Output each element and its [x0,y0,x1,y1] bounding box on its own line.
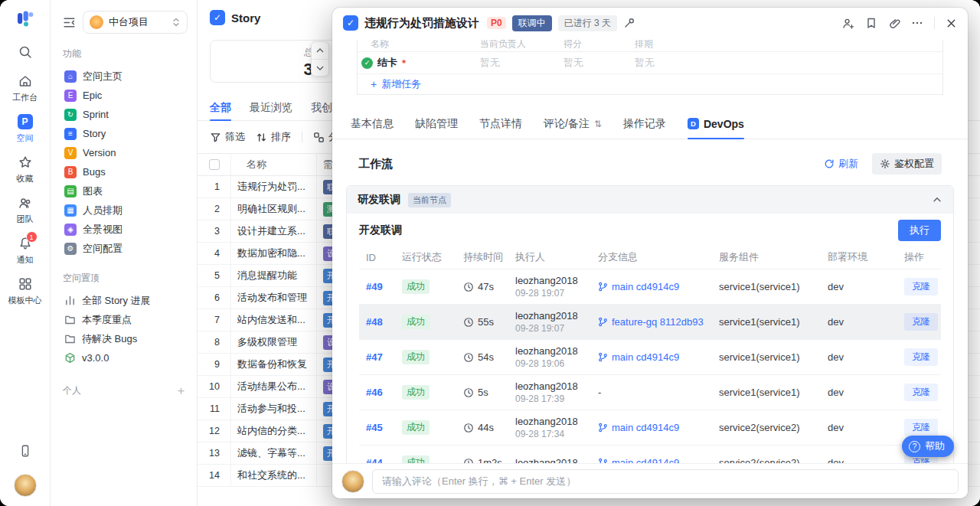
pipeline-run-row[interactable]: #47 成功 54s leozhang2018 [359,339,941,374]
run-executor: leozhang2018 09-28 19:07 [515,310,598,334]
branch-info[interactable]: main cd4914c9 [598,351,719,363]
sidebar-item[interactable]: ≡ Story [60,124,188,143]
select-all-checkbox[interactable] [209,159,220,170]
git-branch-icon [598,352,608,362]
sidebar-item-label: Epic [83,90,102,101]
run-button[interactable]: 执行 [898,220,941,241]
project-switcher[interactable]: 中台项目 [83,11,188,34]
more-button[interactable] [911,17,923,29]
project-sidebar: 中台项目 功能 ⌂ 空间主页 E Epic ↻ Sprint [51,0,198,506]
branch-info[interactable]: main cd4914c9 [598,281,719,292]
pipeline-run-row[interactable]: #45 成功 44s leozhang2018 [359,410,941,445]
pinned-item-quarter-focus[interactable]: 本季度重点 [60,310,188,329]
user-avatar[interactable] [341,470,364,493]
rail-item-favorites[interactable]: 收藏 [0,155,50,184]
pinned-item-story-progress[interactable]: 全部 Story 进展 [60,291,188,310]
run-executor: leozhang2018 09-28 19:06 [515,345,598,369]
git-branch-icon [598,423,608,433]
collaborators-button[interactable] [841,17,854,30]
filter-button[interactable]: 筛选 [210,130,245,144]
rail-item-notifications[interactable]: 1 通知 [0,236,50,266]
pipeline-run-row[interactable]: #49 成功 47s leozhang2018 [359,269,941,304]
pipeline-run-row[interactable]: #46 成功 5s leozhang2018 0 [359,374,941,410]
sidebar-item[interactable]: ◈ 全景视图 [60,220,188,239]
rail-item-templates[interactable]: 模板中心 [0,276,50,306]
sidebar-item[interactable]: ⚙ 空间配置 [60,239,188,258]
branch-info[interactable]: main cd4914c9 [598,422,719,433]
add-personal-button[interactable]: + [178,385,185,397]
rail-item-space[interactable]: P 空间 [0,114,50,144]
clone-button[interactable]: 克隆 [904,313,938,331]
executor-time: 09-28 17:34 [515,429,598,439]
list-tab[interactable]: 全部 [210,95,231,120]
help-button[interactable]: ? 帮助 [902,436,954,457]
sort-button[interactable]: 排序 [256,130,291,144]
pinned-item-version[interactable]: v3.0.0 [60,348,188,367]
scroll-down-button[interactable] [312,59,328,76]
subtask-row[interactable]: ✓ 结卡 * 暂无 暂无 暂无 [358,51,942,74]
clone-button[interactable]: 克隆 [904,278,938,295]
collapse-sidebar-button[interactable] [60,13,78,31]
run-id-link[interactable]: #46 [366,387,402,398]
branch-label: feature-gq 8112db93 [612,316,704,328]
detail-tab[interactable]: 节点详情 [479,109,522,139]
pin-button[interactable] [623,17,635,29]
clone-button[interactable]: 克隆 [904,384,938,401]
comment-input[interactable] [372,469,959,494]
clock-icon [463,387,474,398]
global-search-button[interactable] [13,40,38,64]
pinned-item-open-bugs[interactable]: 待解决 Bugs [60,329,188,348]
detail-tab[interactable]: 评论/备注 ⇅ [544,109,602,139]
executor-name: leozhang2018 [515,310,598,322]
workbench-icon [18,73,33,89]
sidebar-top: 中台项目 [60,11,188,34]
pipeline-run-row[interactable]: #48 成功 55s leozhang2018 [359,304,941,339]
subtask-table: 名称 当前负责人 得分 排期 ✓ 结卡 * 暂无 暂无 暂无 + 新增任务 [357,40,943,95]
feature-icon: ≡ [64,128,77,140]
branch-info[interactable]: - [598,387,719,398]
icon-rail: 工作台 P 空间 收藏 团队 1 通知 模板中心 [0,0,51,506]
detail-tab[interactable]: 操作记录 [623,109,666,139]
stage-header[interactable]: 研发联调 当前节点 [347,186,953,214]
sidebar-item-label: 全景视图 [83,223,122,237]
collapse-stage-button[interactable] [932,194,942,205]
rail-label: 通知 [17,254,34,266]
refresh-label: 刷新 [838,157,858,171]
clone-button[interactable]: 克隆 [904,348,938,366]
run-id-link[interactable]: #48 [366,316,402,328]
attachment-button[interactable] [888,17,900,29]
rail-item-team[interactable]: 团队 [0,195,50,225]
run-id-link[interactable]: #49 [366,281,402,292]
sidebar-item[interactable]: V Version [60,143,188,162]
detail-tab[interactable]: 基本信息 [351,109,394,139]
clone-button[interactable]: 克隆 [904,419,938,436]
scroll-up-button[interactable] [312,42,328,59]
sidebar-item[interactable]: E Epic [60,86,188,105]
bookmark-button[interactable] [865,17,877,29]
auth-config-label: 鉴权配置 [894,157,934,171]
executor-name: leozhang2018 [515,380,598,392]
sidebar-item[interactable]: ▤ 图表 [60,181,188,201]
branch-info[interactable]: feature-gq 8112db93 [598,316,719,328]
mobile-app-button[interactable] [13,439,38,463]
story-name: 明确社区规则... [231,198,317,220]
list-tab[interactable]: 最近浏览 [250,95,292,120]
sidebar-item[interactable]: ▦ 人员排期 [60,201,188,220]
sidebar-item[interactable]: ⌂ 空间主页 [60,67,188,86]
refresh-button[interactable]: 刷新 [824,157,858,171]
sidebar-item[interactable]: B Bugs [60,162,188,181]
detail-tab-label: DevOps [704,118,744,130]
run-id-link[interactable]: #45 [366,422,402,433]
detail-tab[interactable]: D DevOps [688,109,744,139]
run-id-link[interactable]: #47 [366,351,402,363]
user-avatar[interactable] [14,474,37,497]
story-name: 活动参与和投... [231,398,317,419]
rail-item-workbench[interactable]: 工作台 [0,73,50,103]
sidebar-item[interactable]: ↻ Sprint [60,105,188,124]
auth-config-button[interactable]: 鉴权配置 [872,153,942,175]
close-button[interactable] [946,18,957,29]
detail-tab[interactable]: 缺陷管理 [415,109,458,139]
sidebar-item-label: Version [83,147,116,158]
add-task-button[interactable]: + 新增任务 [358,74,942,94]
status-badge[interactable]: 联调中 [512,15,552,31]
